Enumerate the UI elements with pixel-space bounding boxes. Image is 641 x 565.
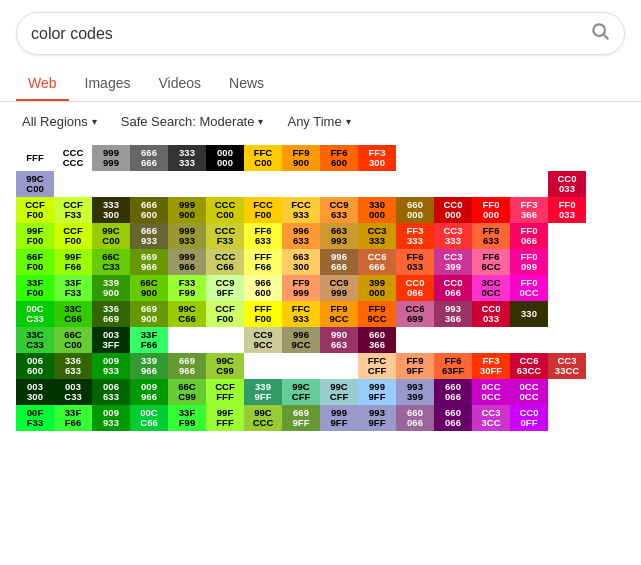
color-cell[interactable]: 9939FF: [358, 405, 396, 431]
color-cell[interactable]: 669966: [130, 249, 168, 275]
color-cell[interactable]: 99CC00: [16, 171, 54, 197]
color-cell[interactable]: CC3399: [434, 249, 472, 275]
color-cell[interactable]: 33FF00: [16, 275, 54, 301]
color-cell[interactable]: FF9900: [282, 145, 320, 171]
color-cell[interactable]: F33F99: [168, 275, 206, 301]
color-cell[interactable]: [282, 171, 320, 197]
color-cell[interactable]: FF66CC: [472, 249, 510, 275]
color-cell[interactable]: 990663: [320, 327, 358, 353]
color-cell[interactable]: 996633: [282, 223, 320, 249]
search-button[interactable]: [590, 21, 610, 46]
color-cell[interactable]: CCCC66: [206, 249, 244, 275]
color-cell[interactable]: 66C900: [130, 275, 168, 301]
color-cell[interactable]: CCCF33: [206, 223, 244, 249]
color-cell[interactable]: 336633: [54, 353, 92, 379]
color-cell[interactable]: CCCC00: [206, 197, 244, 223]
color-cell[interactable]: CC3333: [434, 223, 472, 249]
color-cell[interactable]: CC0033: [472, 301, 510, 327]
color-cell[interactable]: FF00CC: [510, 275, 548, 301]
color-cell[interactable]: [548, 249, 586, 275]
color-cell[interactable]: 999933: [168, 223, 206, 249]
color-cell[interactable]: 003300: [16, 379, 54, 405]
color-cell[interactable]: CCFF00: [206, 301, 244, 327]
color-cell[interactable]: CC0000: [434, 197, 472, 223]
color-cell[interactable]: CCCCCC: [54, 145, 92, 171]
filter-safe-search[interactable]: Safe Search: Moderate: [115, 110, 270, 133]
color-cell[interactable]: 660366: [358, 327, 396, 353]
color-cell[interactable]: 966600: [244, 275, 282, 301]
color-cell[interactable]: 99FFFF: [206, 405, 244, 431]
color-cell[interactable]: 33CC66: [54, 301, 92, 327]
color-cell[interactable]: [130, 171, 168, 197]
color-cell[interactable]: [434, 171, 472, 197]
color-cell[interactable]: [168, 171, 206, 197]
color-cell[interactable]: 000000: [206, 145, 244, 171]
color-cell[interactable]: 399000: [358, 275, 396, 301]
color-cell[interactable]: CC663CC: [510, 353, 548, 379]
color-cell[interactable]: [168, 327, 206, 353]
color-cell[interactable]: 0CC0CC: [510, 379, 548, 405]
color-cell[interactable]: 99FF00: [16, 223, 54, 249]
color-cell[interactable]: 339966: [130, 353, 168, 379]
color-cell[interactable]: 99CCCC: [244, 405, 282, 431]
color-cell[interactable]: FFFF00: [244, 301, 282, 327]
color-cell[interactable]: 999966: [168, 249, 206, 275]
color-cell[interactable]: 006600: [16, 353, 54, 379]
color-cell[interactable]: CCFF00: [16, 197, 54, 223]
tab-videos[interactable]: Videos: [146, 67, 213, 101]
color-cell[interactable]: 9999FF: [358, 379, 396, 405]
color-cell[interactable]: FF6633: [472, 223, 510, 249]
color-cell[interactable]: 33FF66: [54, 405, 92, 431]
color-cell[interactable]: 663300: [282, 249, 320, 275]
filter-region[interactable]: All Regions: [16, 110, 103, 133]
color-cell[interactable]: [472, 145, 510, 171]
color-cell[interactable]: 66CC33: [92, 249, 130, 275]
color-cell[interactable]: 669966: [168, 353, 206, 379]
color-cell[interactable]: FFFF66: [244, 249, 282, 275]
color-cell[interactable]: 00FF33: [16, 405, 54, 431]
color-cell[interactable]: FF330FF: [472, 353, 510, 379]
color-cell[interactable]: [548, 405, 586, 431]
color-cell[interactable]: CC99FF: [206, 275, 244, 301]
color-cell[interactable]: CC0033: [548, 171, 586, 197]
color-cell[interactable]: 66CC99: [168, 379, 206, 405]
color-cell[interactable]: 333300: [92, 197, 130, 223]
color-cell[interactable]: 99CC00: [92, 223, 130, 249]
color-cell[interactable]: [244, 353, 282, 379]
filter-time[interactable]: Any Time: [281, 110, 356, 133]
color-cell[interactable]: 9999FF: [320, 405, 358, 431]
color-cell[interactable]: 3CC0CC: [472, 275, 510, 301]
color-cell[interactable]: 660066: [396, 405, 434, 431]
color-cell[interactable]: 3399FF: [244, 379, 282, 405]
color-cell[interactable]: 666600: [130, 197, 168, 223]
color-cell[interactable]: 9969CC: [282, 327, 320, 353]
color-cell[interactable]: 33FF66: [130, 327, 168, 353]
color-cell[interactable]: 66FF00: [16, 249, 54, 275]
color-cell[interactable]: [434, 327, 472, 353]
color-cell[interactable]: FF3366: [510, 197, 548, 223]
color-cell[interactable]: FF3300: [358, 145, 396, 171]
color-cell[interactable]: [206, 327, 244, 353]
color-cell[interactable]: 009933: [92, 353, 130, 379]
color-cell[interactable]: [548, 379, 586, 405]
color-cell[interactable]: FFCC00: [244, 145, 282, 171]
color-cell[interactable]: [282, 353, 320, 379]
color-cell[interactable]: 99CC66: [168, 301, 206, 327]
color-cell[interactable]: 993399: [396, 379, 434, 405]
color-cell[interactable]: FF99CC: [320, 301, 358, 327]
color-cell[interactable]: [396, 145, 434, 171]
color-cell[interactable]: [510, 327, 548, 353]
color-cell[interactable]: 999900: [168, 197, 206, 223]
color-cell[interactable]: FCCF00: [244, 197, 282, 223]
color-cell[interactable]: 669900: [130, 301, 168, 327]
color-cell[interactable]: 006633: [92, 379, 130, 405]
color-cell[interactable]: CC333CC: [548, 353, 586, 379]
color-cell[interactable]: [548, 223, 586, 249]
color-cell[interactable]: [396, 171, 434, 197]
color-cell[interactable]: 339900: [92, 275, 130, 301]
color-cell[interactable]: CC3333: [358, 223, 396, 249]
color-cell[interactable]: [548, 327, 586, 353]
color-cell[interactable]: [510, 145, 548, 171]
color-cell[interactable]: 33FF99: [168, 405, 206, 431]
color-cell[interactable]: FF6633: [244, 223, 282, 249]
